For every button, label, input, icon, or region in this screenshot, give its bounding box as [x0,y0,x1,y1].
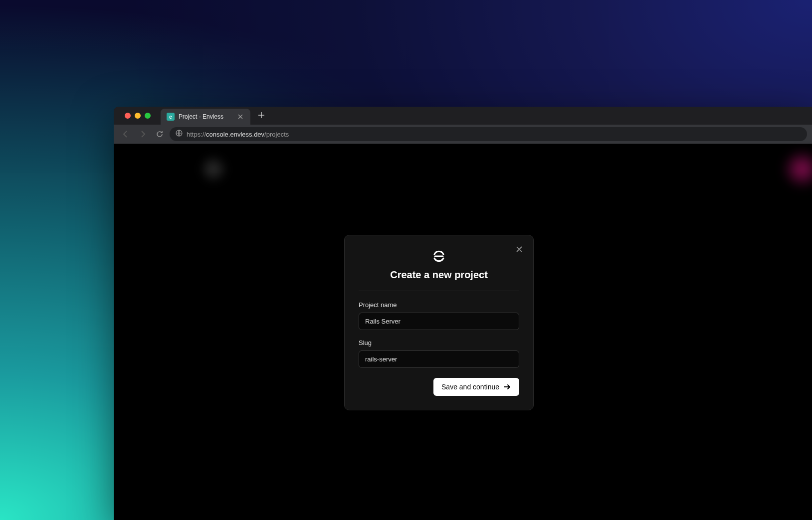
nav-forward-button[interactable] [136,127,150,141]
browser-window: e Project - Envless [114,107,812,520]
tab-close-button[interactable] [236,113,244,121]
arrow-right-icon [503,383,511,391]
brand-logo [359,249,519,263]
window-controls [119,113,157,119]
modal-close-button[interactable] [513,243,525,255]
page-content: Create a new project Project name Slug S… [114,144,812,520]
window-close-button[interactable] [125,113,131,119]
project-name-label: Project name [359,301,519,309]
close-icon [238,114,243,119]
browser-tab[interactable]: e Project - Envless [161,109,250,125]
save-continue-button[interactable]: Save and continue [433,378,519,396]
browser-chrome: e Project - Envless [114,107,812,144]
decorative-glow [199,154,228,184]
modal-actions: Save and continue [359,378,519,396]
reload-icon [156,130,164,138]
plus-icon [258,112,265,119]
url-protocol: https:// [187,131,206,138]
create-project-modal: Create a new project Project name Slug S… [344,235,534,410]
tab-bar: e Project - Envless [114,107,812,125]
window-minimize-button[interactable] [135,113,141,119]
url-text: https://console.envless.dev/projects [187,131,289,138]
url-domain: console.envless.dev [206,131,264,138]
nav-back-button[interactable] [119,127,133,141]
address-bar: https://console.envless.dev/projects [114,125,812,144]
save-continue-label: Save and continue [441,383,499,391]
tab-favicon-icon: e [167,113,175,121]
decorative-glow [782,149,812,189]
arrow-right-icon [139,130,147,138]
tab-title: Project - Envless [179,113,232,120]
envless-logo-icon [432,249,446,263]
close-icon [516,246,523,253]
url-bar[interactable]: https://console.envless.dev/projects [170,127,807,141]
nav-reload-button[interactable] [153,127,167,141]
slug-input[interactable] [359,350,519,368]
new-tab-button[interactable] [256,111,266,121]
window-maximize-button[interactable] [145,113,151,119]
divider [359,291,519,291]
slug-label: Slug [359,339,519,347]
project-name-group: Project name [359,301,519,330]
project-name-input[interactable] [359,313,519,330]
slug-group: Slug [359,339,519,368]
modal-title: Create a new project [359,269,519,281]
url-path: /projects [264,131,289,138]
globe-icon [176,130,183,139]
arrow-left-icon [122,130,130,138]
